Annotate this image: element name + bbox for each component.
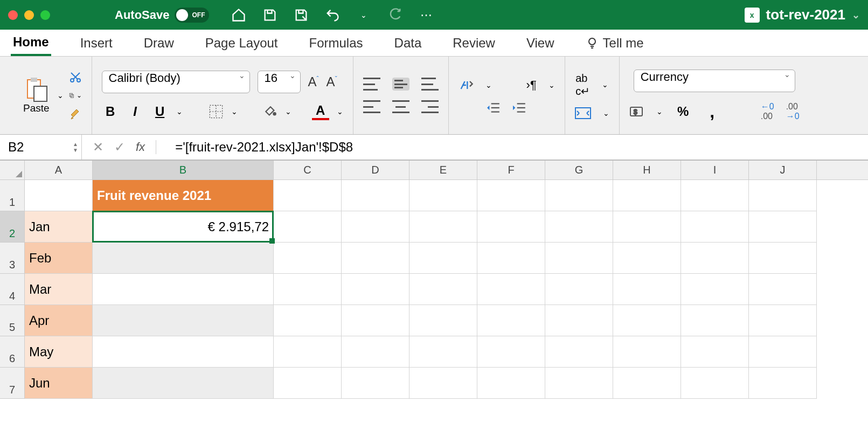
borders-dropdown-icon[interactable]: ⌄ — [231, 107, 238, 116]
home-icon[interactable] — [231, 7, 247, 23]
fill-dropdown-icon[interactable]: ⌄ — [285, 107, 291, 116]
align-right-button[interactable] — [421, 100, 439, 113]
autosave-toggle[interactable]: OFF — [175, 8, 209, 23]
cell[interactable] — [274, 368, 342, 399]
cell[interactable] — [545, 274, 613, 305]
increase-decimal-button[interactable]: .00→0 — [786, 102, 800, 121]
tab-draw[interactable]: Draw — [142, 31, 176, 55]
format-painter-button[interactable] — [69, 107, 82, 120]
cell[interactable] — [545, 336, 613, 368]
cell[interactable] — [613, 368, 681, 399]
cell[interactable] — [681, 305, 749, 336]
font-size-select[interactable]: 16⌄ — [258, 71, 301, 93]
row-header-1[interactable]: 1 — [0, 180, 25, 211]
tab-view[interactable]: View — [524, 31, 557, 55]
font-name-select[interactable]: Calibri (Body)⌄ — [102, 71, 250, 93]
orientation-dropdown-icon[interactable]: ⌄ — [485, 81, 492, 89]
copy-button[interactable]: ⌄ — [69, 89, 82, 102]
cell[interactable] — [681, 274, 749, 305]
col-header-i[interactable]: I — [681, 161, 749, 179]
cell[interactable] — [545, 368, 613, 399]
cell[interactable] — [342, 336, 409, 368]
cell[interactable] — [681, 211, 749, 243]
wrap-dropdown-icon[interactable]: ⌄ — [602, 80, 608, 89]
col-header-h[interactable]: H — [613, 161, 681, 179]
cell[interactable] — [749, 305, 817, 336]
paste-dropdown-icon[interactable]: ⌄ — [57, 91, 64, 100]
cell[interactable] — [409, 180, 477, 211]
tell-me-search[interactable]: Tell me — [584, 31, 646, 55]
cell[interactable] — [274, 243, 342, 274]
decrease-font-button[interactable]: Aˇ — [327, 74, 337, 89]
cell[interactable] — [613, 305, 681, 336]
font-color-dropdown-icon[interactable]: ⌄ — [337, 107, 343, 116]
text-direction-dropdown-icon[interactable]: ⌄ — [548, 81, 555, 89]
cell[interactable] — [274, 336, 342, 368]
align-bottom-button[interactable] — [421, 78, 439, 91]
cell[interactable] — [545, 180, 613, 211]
tab-formulas[interactable]: Formulas — [307, 31, 365, 55]
tab-insert[interactable]: Insert — [78, 31, 115, 55]
cell[interactable] — [409, 274, 477, 305]
undo-dropdown-icon[interactable]: ⌄ — [356, 7, 372, 23]
redo-icon[interactable] — [387, 7, 403, 23]
cell[interactable] — [477, 211, 545, 243]
select-all-corner[interactable] — [0, 161, 25, 179]
cell[interactable] — [477, 336, 545, 368]
currency-dropdown-icon[interactable]: ⌄ — [656, 107, 663, 116]
col-header-b[interactable]: B — [93, 161, 274, 179]
col-header-a[interactable]: A — [25, 161, 93, 179]
cell[interactable] — [342, 211, 409, 243]
cell-a7[interactable]: Jun — [25, 368, 93, 399]
cell-a6[interactable]: May — [25, 336, 93, 368]
tab-home[interactable]: Home — [11, 30, 51, 56]
maximize-window-button[interactable] — [40, 10, 50, 20]
col-header-f[interactable]: F — [477, 161, 545, 179]
accept-formula-button[interactable]: ✓ — [114, 140, 125, 155]
align-left-button[interactable] — [363, 100, 380, 113]
cell-b6[interactable] — [93, 336, 274, 368]
align-top-button[interactable] — [363, 78, 380, 91]
cell[interactable] — [613, 211, 681, 243]
cell-b2[interactable]: € 2.915,72 — [93, 211, 274, 243]
number-format-select[interactable]: Currency⌄ — [634, 70, 795, 92]
text-direction-button[interactable]: ›¶ — [526, 78, 537, 92]
cell[interactable] — [342, 243, 409, 274]
cell[interactable] — [613, 336, 681, 368]
cell[interactable] — [342, 305, 409, 336]
currency-button[interactable]: $ — [629, 105, 644, 118]
cut-button[interactable] — [69, 71, 82, 84]
cell[interactable] — [749, 243, 817, 274]
save-icon[interactable] — [262, 7, 278, 23]
cell[interactable] — [274, 180, 342, 211]
cell-a4[interactable]: Mar — [25, 274, 93, 305]
cell[interactable] — [274, 274, 342, 305]
cell[interactable] — [409, 305, 477, 336]
row-header-3[interactable]: 3 — [0, 243, 25, 274]
underline-dropdown-icon[interactable]: ⌄ — [176, 107, 183, 116]
save-as-icon[interactable] — [293, 7, 309, 23]
cell[interactable] — [681, 243, 749, 274]
cell[interactable] — [749, 180, 817, 211]
cell[interactable] — [477, 274, 545, 305]
orientation-button[interactable] — [459, 78, 474, 93]
row-header-6[interactable]: 6 — [0, 336, 25, 368]
increase-indent-button[interactable] — [512, 102, 526, 113]
col-header-e[interactable]: E — [409, 161, 477, 179]
cell[interactable] — [342, 274, 409, 305]
cell[interactable] — [477, 243, 545, 274]
tab-review[interactable]: Review — [450, 31, 497, 55]
underline-button[interactable]: U — [151, 104, 169, 119]
cell-a2[interactable]: Jan — [25, 211, 93, 243]
cell[interactable] — [274, 305, 342, 336]
cell[interactable] — [613, 243, 681, 274]
merge-dropdown-icon[interactable]: ⌄ — [603, 109, 609, 117]
align-middle-button[interactable] — [392, 78, 409, 91]
tab-page-layout[interactable]: Page Layout — [203, 31, 280, 55]
cell[interactable] — [477, 180, 545, 211]
row-header-5[interactable]: 5 — [0, 305, 25, 336]
cell[interactable] — [545, 243, 613, 274]
undo-icon[interactable] — [324, 7, 341, 23]
row-header-7[interactable]: 7 — [0, 368, 25, 399]
more-icon[interactable]: ⋯ — [418, 7, 434, 23]
